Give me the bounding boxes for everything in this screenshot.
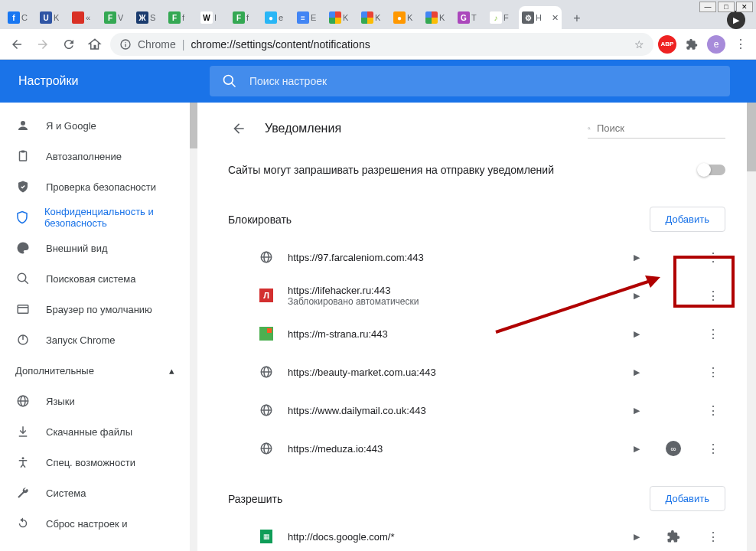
page-back-button[interactable] [228,118,249,139]
site-expand-arrow[interactable]: ▶ [627,291,646,301]
back-button[interactable] [6,34,28,55]
sidebar-item-palette[interactable]: Внешний вид [0,233,190,263]
svg-line-9 [24,280,28,284]
sidebar-item-clipboard[interactable]: Автозаполнение [0,141,190,171]
tab-label: S [150,13,155,22]
person-icon [15,118,31,133]
site-url: https://beauty-market.com.ua:443 [288,367,614,378]
adblock-extension-icon[interactable]: ABP [658,35,676,54]
sidebar-item-wrench[interactable]: Система [0,478,190,508]
tab-label: E [311,13,316,22]
new-tab-button[interactable]: + [566,8,588,29]
browser-tab[interactable]: ●e [262,6,294,29]
site-menu-button[interactable]: ⋮ [701,530,725,544]
allow-add-button[interactable]: Добавить [650,486,725,511]
window-minimize-button[interactable]: — [699,2,716,12]
address-bar[interactable]: Chrome | chrome://settings/content/notif… [110,33,653,56]
main-scrollbar[interactable] [747,103,756,551]
site-row: https://www.dailymail.co.uk:443▶⋮ [228,391,725,429]
svg-line-4 [232,83,236,87]
site-expand-arrow[interactable]: ▶ [627,406,646,416]
browser-tab[interactable]: ≡E [294,6,326,29]
reset-icon [15,516,31,531]
bookmark-star-icon[interactable]: ☆ [634,38,644,51]
site-row: https://beauty-market.com.ua:443▶⋮ [228,353,725,391]
window-maximize-button[interactable]: □ [718,2,735,12]
site-menu-button[interactable]: ⋮ [701,289,725,303]
block-add-button[interactable]: Добавить [650,207,725,232]
sidebar-item-download[interactable]: Скачанные файлы [0,416,190,447]
sidebar-item-label: Сброс настроек и [46,518,128,530]
settings-search-input[interactable] [249,75,718,87]
forward-button[interactable] [32,34,54,55]
reload-button[interactable] [58,34,80,55]
settings-header: Настройки [0,60,756,103]
browser-menu-icon[interactable]: ⋮ [732,35,750,54]
sidebar-item-label: Я и Google [46,120,96,132]
sidebar-section-advanced[interactable]: Дополнительные▴ [0,355,190,386]
site-url: https://meduza.io:443 [288,443,614,455]
svg-rect-6 [20,152,27,161]
sidebar-item-search[interactable]: Поисковая система [0,263,190,294]
site-menu-button[interactable]: ⋮ [701,403,725,418]
sidebar-item-reset[interactable]: Сброс настроек и [0,508,190,539]
sidebar-item-globe[interactable]: Языки [0,386,190,416]
site-menu-button[interactable]: ⋮ [701,365,725,380]
browser-tab[interactable]: fC [5,6,37,29]
browser-tab[interactable]: ЖS [133,6,165,29]
site-info-icon [119,38,132,51]
browser-tab[interactable]: « [69,6,101,29]
browser-tab[interactable]: UK [37,6,69,29]
sidebar-item-person[interactable]: Я и Google [0,110,190,141]
sidebar-item-shield[interactable]: Конфиденциальность и безопасность [0,202,190,233]
sidebar-item-accessibility[interactable]: Спец. возможности [0,447,190,478]
browser-tab[interactable]: ●K [390,6,422,29]
browser-tab[interactable]: ♪F [487,6,519,29]
browser-tab[interactable]: WI [197,6,230,29]
window-close-button[interactable]: ✕ [736,2,753,12]
page-search-input[interactable] [597,122,725,134]
chevron-up-icon: ▴ [169,365,174,377]
browser-tab[interactable]: K [358,6,390,29]
site-menu-button[interactable]: ⋮ [701,327,725,341]
sidebar-scrollbar[interactable] [190,103,197,551]
settings-search-box[interactable] [210,66,730,96]
tab-favicon [329,11,341,24]
notifications-toggle[interactable] [698,165,725,175]
site-expand-arrow[interactable]: ▶ [627,444,646,454]
browser-tab[interactable]: K [422,6,455,29]
power-icon [15,332,31,347]
search-icon [222,73,237,89]
site-menu-button[interactable]: ⋮ [701,442,725,456]
tab-label: K [375,13,380,22]
extensions-menu-icon[interactable] [683,35,701,54]
browser-tab[interactable]: Ff [165,6,197,29]
sidebar-item-power[interactable]: Запуск Chrome [0,324,190,355]
site-expand-arrow[interactable]: ▶ [627,532,646,542]
site-expand-arrow[interactable]: ▶ [627,329,646,339]
site-sublabel: Заблокировано автоматически [288,296,614,307]
browser-tab[interactable]: FV [101,6,133,29]
tab-close-icon[interactable]: ✕ [552,13,559,23]
sidebar-item-window[interactable]: Браузер по умолчанию [0,294,190,324]
site-menu-button[interactable]: ⋮ [701,250,725,265]
browser-tab[interactable]: Ff [230,6,262,29]
tab-label: C [21,13,28,22]
browser-toolbar: Chrome | chrome://settings/content/notif… [0,29,756,60]
browser-tab[interactable]: K [326,6,358,29]
sidebar-item-label: Спец. возможности [46,457,135,468]
site-expand-arrow[interactable]: ▶ [627,367,646,377]
page-search-box[interactable] [588,119,725,139]
site-expand-arrow[interactable]: ▶ [627,253,646,262]
tab-label: f [182,13,184,22]
sidebar-item-shield-check[interactable]: Проверка безопасности [0,171,190,202]
browser-tab[interactable]: GT [455,6,487,29]
settings-brand-title: Настройки [18,74,210,88]
browser-tab-active[interactable]: ⚙Н✕ [519,6,562,29]
home-button[interactable] [84,34,106,55]
search-icon [15,271,31,286]
sidebar-item-label: Браузер по умолчанию [46,304,152,315]
site-row: https://meduza.io:443▶∞⋮ [228,429,725,468]
tab-label: e [279,13,283,22]
profile-avatar[interactable]: e [707,35,725,54]
